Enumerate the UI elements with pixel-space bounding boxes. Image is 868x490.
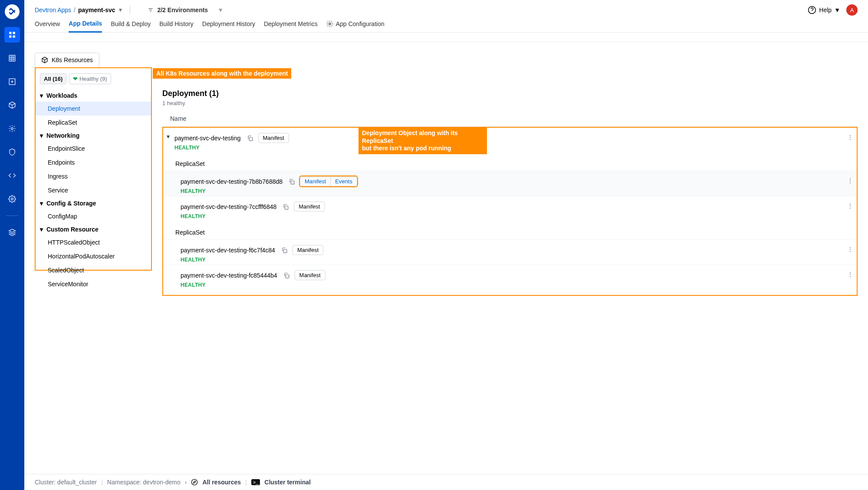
gear-icon <box>326 20 333 27</box>
tab-app-configuration[interactable]: App Configuration <box>326 20 385 32</box>
nav-gear-icon[interactable] <box>4 121 20 136</box>
help-icon <box>808 6 816 14</box>
svg-rect-1 <box>13 32 15 34</box>
nav-settings-icon[interactable] <box>4 191 20 207</box>
tab-build-history[interactable]: Build History <box>159 20 194 32</box>
copy-icon[interactable] <box>279 245 289 255</box>
main-tabs: Overview App Details Build & Deploy Buil… <box>24 16 868 33</box>
caret-down-icon: ▾ <box>40 226 43 233</box>
k8s-resources-tab[interactable]: K8s Resources <box>35 53 99 67</box>
health-status: HEALTHY <box>181 257 323 263</box>
filter-healthy[interactable]: ❤ Healthy (9) <box>69 73 111 84</box>
copy-icon[interactable] <box>287 177 296 186</box>
health-status: HEALTHY <box>181 188 357 194</box>
health-status: HEALTHY <box>181 282 326 288</box>
tree-item-hpa[interactable]: HorizontalPodAutoscaler <box>36 249 151 263</box>
section-subtitle: 1 healthy <box>162 100 858 106</box>
kebab-menu-icon[interactable]: ⋮ <box>847 177 853 184</box>
nav-apps-icon[interactable] <box>4 27 20 43</box>
help-button[interactable]: Help ▼ <box>808 6 840 14</box>
tree-item-scaledobject[interactable]: ScaledObject <box>36 263 151 277</box>
resource-name: payment-svc-dev-testing-7ccfff6848 <box>181 203 276 210</box>
chevron-down-icon[interactable]: ▼ <box>118 7 123 13</box>
replicaset-heading: ReplicaSet <box>163 152 857 171</box>
nav-plus-icon[interactable] <box>4 74 20 89</box>
nav-grid-icon[interactable] <box>4 50 20 66</box>
tree-group-workloads[interactable]: ▾Workloads <box>36 89 151 102</box>
filter-icon <box>148 7 154 13</box>
svg-rect-0 <box>9 32 11 34</box>
deployment-detail-box: Deployment Object along with its Replica… <box>162 127 858 296</box>
nav-code-icon[interactable] <box>4 168 20 183</box>
cube-icon <box>41 56 48 63</box>
tab-overview[interactable]: Overview <box>35 20 60 32</box>
tree-item-deployment[interactable]: Deployment <box>36 102 151 116</box>
tree-item-endpoints[interactable]: Endpoints <box>36 156 151 169</box>
resource-tree-panel: All K8s Resources along with the deploym… <box>35 67 152 271</box>
tab-build-deploy[interactable]: Build & Deploy <box>111 20 151 32</box>
breadcrumb-root[interactable]: Devtron Apps <box>35 7 71 13</box>
manifest-button[interactable]: Manifest <box>294 202 325 212</box>
svg-rect-2 <box>9 36 11 38</box>
caret-down-icon: ▾ <box>40 200 43 207</box>
tab-deployment-history[interactable]: Deployment History <box>202 20 255 32</box>
caret-down-icon[interactable]: ▾ <box>167 133 174 140</box>
svg-rect-11 <box>291 181 294 184</box>
resource-name: payment-svc-dev-testing-f6c7f4c84 <box>181 247 275 254</box>
manifest-events-group: Manifest Events <box>300 176 357 186</box>
replicaset-heading: ReplicaSet <box>163 221 857 239</box>
filter-all[interactable]: All (16) <box>40 73 66 84</box>
avatar[interactable]: A <box>846 4 858 16</box>
tree-item-httpscaledobject[interactable]: HTTPScaledObject <box>36 235 151 249</box>
breadcrumb: Devtron Apps / payment-svc ▼ <box>35 7 123 13</box>
tree-item-ingress[interactable]: Ingress <box>36 169 151 183</box>
tree-group-networking[interactable]: ▾Networking <box>36 129 151 142</box>
caret-down-icon: ▾ <box>40 92 43 99</box>
tree-group-config[interactable]: ▾Config & Storage <box>36 197 151 209</box>
compass-icon <box>191 479 198 486</box>
kebab-menu-icon[interactable]: ⋮ <box>847 202 853 209</box>
svg-rect-3 <box>13 36 15 38</box>
tree-group-custom[interactable]: ▾Custom Resource <box>36 223 151 235</box>
tab-deployment-metrics[interactable]: Deployment Metrics <box>264 20 318 32</box>
resource-name: payment-svc-dev-testing <box>174 135 241 142</box>
nav-box-icon[interactable] <box>4 97 20 113</box>
chevron-right-icon: › <box>185 479 187 486</box>
tree-item-endpointslice[interactable]: EndpointSlice <box>36 142 151 156</box>
events-button[interactable]: Events <box>330 177 357 186</box>
health-status: HEALTHY <box>181 213 325 219</box>
caret-down-icon: ▾ <box>40 132 43 139</box>
tree-item-replicaset[interactable]: ReplicaSet <box>36 116 151 129</box>
svg-rect-14 <box>286 275 289 278</box>
kebab-menu-icon[interactable]: ⋮ <box>847 246 853 253</box>
manifest-button[interactable]: Manifest <box>258 133 289 143</box>
footer-all-resources[interactable]: All resources <box>202 479 241 486</box>
replicaset-row: payment-svc-dev-testing-fc85444b4 Manife… <box>163 265 857 290</box>
svg-rect-12 <box>285 206 289 209</box>
svg-point-15 <box>192 479 197 485</box>
nav-shield-icon[interactable] <box>4 144 20 160</box>
copy-icon[interactable] <box>282 271 291 280</box>
heart-icon: ❤ <box>73 76 78 82</box>
svg-point-9 <box>329 23 331 25</box>
replicaset-row: payment-svc-dev-testing-7ccfff6848 Manif… <box>163 196 857 221</box>
tree-item-service[interactable]: Service <box>36 183 151 197</box>
environments-selector[interactable]: 2/2 Environments ▼ <box>148 7 224 13</box>
copy-icon[interactable] <box>281 202 290 212</box>
kebab-menu-icon[interactable]: ⋮ <box>847 271 853 278</box>
kebab-menu-icon[interactable]: ⋮ <box>847 134 853 141</box>
copy-icon[interactable] <box>245 133 255 143</box>
replicaset-row: payment-svc-dev-testing-7b8b7688d8 Manif… <box>163 171 857 196</box>
manifest-button[interactable]: Manifest <box>293 245 323 255</box>
tree-item-configmap[interactable]: ConfigMap <box>36 209 151 223</box>
manifest-button[interactable]: Manifest <box>300 177 330 186</box>
tree-item-servicemonitor[interactable]: ServiceMonitor <box>36 277 151 291</box>
tab-app-details[interactable]: App Details <box>69 20 102 33</box>
svg-rect-4 <box>9 55 15 61</box>
manifest-button[interactable]: Manifest <box>295 270 326 280</box>
health-status: HEALTHY <box>174 145 289 151</box>
footer-cluster-terminal[interactable]: Cluster terminal <box>264 479 311 486</box>
nav-layers-icon[interactable] <box>4 225 20 240</box>
logo <box>5 4 20 19</box>
nav-rail <box>0 0 24 490</box>
